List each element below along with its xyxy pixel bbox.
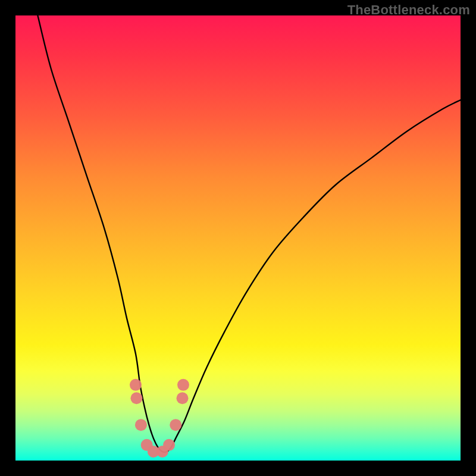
curve-marker (135, 419, 147, 431)
chart-frame: TheBottleneck.com (0, 0, 476, 476)
bottleneck-curve (37, 15, 461, 452)
curve-marker (130, 379, 142, 391)
curve-marker (177, 379, 189, 391)
curve-marker (170, 419, 181, 431)
curve-layer (15, 15, 461, 461)
curve-marker (163, 439, 175, 451)
curve-markers (130, 379, 189, 458)
curve-marker (177, 392, 189, 404)
watermark-label: TheBottleneck.com (347, 2, 470, 18)
curve-marker (130, 392, 142, 404)
plot-area (15, 15, 461, 461)
